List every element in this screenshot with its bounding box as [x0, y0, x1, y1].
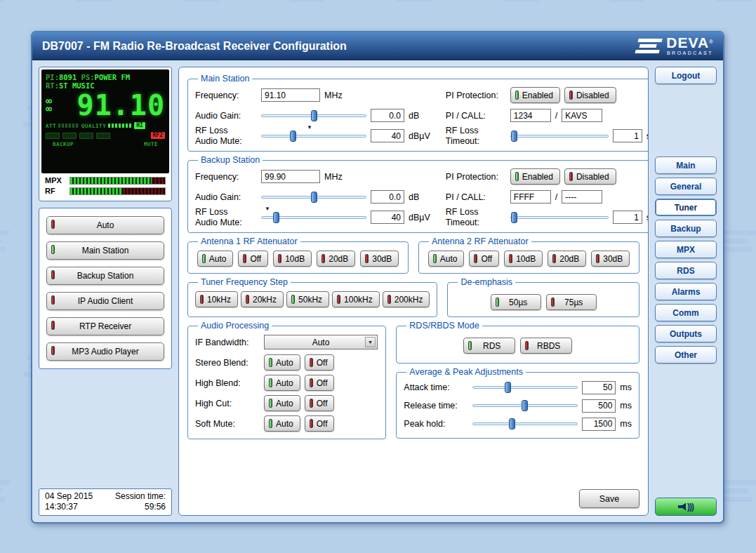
if-bandwidth-select[interactable]: Auto ▼	[264, 335, 378, 349]
slider-thumb[interactable]	[505, 382, 511, 393]
antenna2-20db-button[interactable]: 20dB	[548, 251, 586, 267]
main-rf-loss-mute-value[interactable]: 40	[371, 129, 404, 142]
source-button-main-station[interactable]: Main Station	[46, 241, 164, 260]
backup-frequency-input[interactable]: 99.90	[261, 170, 320, 183]
source-button-ip-audio-client[interactable]: IP Audio Client	[46, 292, 164, 310]
backup-call-input[interactable]: ----	[562, 190, 602, 204]
watermark-logo	[76, 0, 117, 3]
slider-thumb[interactable]	[511, 212, 517, 223]
tuner-frequency-step-group: Tuner Frequency Step 10kHz 20kHz 50kHz 1…	[187, 277, 437, 317]
attack-time-value[interactable]: 50	[582, 381, 616, 394]
nav-tuner[interactable]: Tuner	[655, 199, 717, 216]
rbds-button[interactable]: RBDS	[520, 338, 572, 354]
dropdown-arrow-icon[interactable]: ▼	[365, 337, 376, 347]
slider-thumb[interactable]	[290, 131, 296, 142]
soft-mute-auto-button[interactable]: Auto	[264, 415, 300, 432]
antenna1-20db-button[interactable]: 20dB	[317, 251, 355, 267]
pi-call-separator: /	[555, 192, 557, 202]
backup-pi-input[interactable]: FFFF	[510, 190, 551, 204]
source-button-auto[interactable]: Auto	[46, 216, 164, 234]
nav-general[interactable]: General	[655, 178, 717, 195]
button-label: Enabled	[522, 172, 553, 182]
nav-backup[interactable]: Backup	[655, 220, 717, 237]
main-timeout-value[interactable]: 1	[613, 129, 642, 142]
step-50khz-button[interactable]: 50kHz	[286, 291, 329, 307]
nav-main[interactable]: Main	[655, 156, 717, 174]
antenna1-off-button[interactable]: Off	[238, 251, 268, 267]
backup-rf-loss-timeout-slider[interactable]	[510, 210, 609, 225]
main-call-input[interactable]: KAVS	[562, 109, 602, 122]
source-button-rtp-receiver[interactable]: RTP Receiver	[46, 317, 164, 335]
step-20khz-button[interactable]: 20kHz	[241, 291, 284, 307]
audio-gain-unit: dB	[409, 192, 419, 202]
antenna1-auto-button[interactable]: Auto	[197, 251, 234, 267]
speaker-button[interactable]: )))	[655, 498, 717, 516]
main-pi-enabled-button[interactable]: Enabled	[510, 87, 560, 103]
antenna2-10db-button[interactable]: 10dB	[504, 251, 543, 267]
de-emphasis-legend: De-emphasis	[458, 277, 515, 287]
de-emphasis-50us-button[interactable]: 50µs	[491, 294, 541, 310]
antenna1-30db-button[interactable]: 30dB	[360, 251, 399, 267]
rds-button[interactable]: RDS	[463, 338, 515, 354]
nav-comm[interactable]: Comm	[655, 304, 717, 321]
backup-pi-enabled-button[interactable]: Enabled	[510, 168, 560, 185]
high-cut-label: High Cut:	[195, 399, 260, 408]
main-audio-gain-value[interactable]: 0.0	[371, 109, 404, 122]
main-frequency-input[interactable]: 91.10	[261, 88, 320, 102]
stereo-blend-auto-button[interactable]: Auto	[264, 354, 300, 371]
backup-timeout-value[interactable]: 1	[613, 211, 642, 224]
nav-outputs[interactable]: Outputs	[655, 325, 717, 342]
peak-hold-value[interactable]: 1500	[582, 418, 616, 431]
high-cut-auto-button[interactable]: Auto	[264, 395, 300, 411]
main-pi-disabled-button[interactable]: Disabled	[564, 87, 616, 103]
peak-hold-slider[interactable]	[472, 416, 578, 432]
main-rf-loss-mute-slider[interactable]: ▼	[261, 128, 366, 144]
nav-alarms[interactable]: Alarms	[655, 283, 717, 300]
nav-rds[interactable]: RDS	[655, 262, 717, 279]
main-audio-gain-slider[interactable]	[261, 108, 366, 124]
logout-button[interactable]: Logout	[655, 67, 717, 84]
main-rf-loss-timeout-slider[interactable]	[510, 128, 609, 144]
backup-rf-loss-mute-value[interactable]: 40	[371, 211, 404, 224]
high-blend-auto-button[interactable]: Auto	[264, 375, 300, 391]
slider-thumb[interactable]	[509, 418, 515, 429]
save-button[interactable]: Save	[579, 489, 639, 508]
high-cut-off-button[interactable]: Off	[305, 395, 335, 411]
backup-rf-loss-mute-slider[interactable]: ▼	[261, 210, 366, 225]
soft-mute-off-button[interactable]: Off	[305, 415, 335, 432]
backup-audio-gain-value[interactable]: 0.0	[371, 190, 404, 204]
slider-thumb[interactable]	[273, 212, 279, 223]
button-label: RDS	[475, 341, 508, 351]
backup-pi-disabled-button[interactable]: Disabled	[564, 168, 616, 185]
release-time-slider[interactable]	[472, 398, 578, 413]
step-200khz-button[interactable]: 200kHz	[383, 291, 430, 307]
stereo-blend-off-button[interactable]: Off	[305, 354, 335, 371]
main-pi-input[interactable]: 1234	[510, 109, 551, 122]
nav-mpx[interactable]: MPX	[655, 241, 717, 258]
antenna2-30db-button[interactable]: 30dB	[591, 251, 630, 267]
slider-thumb[interactable]	[311, 192, 317, 203]
source-button-label: Auto	[97, 220, 114, 230]
source-button-mp3-audio-player[interactable]: MP3 Audio Player	[46, 342, 164, 361]
lcd-ps-value: POWER FM	[95, 73, 131, 81]
high-blend-off-button[interactable]: Off	[305, 375, 335, 391]
backup-audio-gain-slider[interactable]	[261, 189, 366, 205]
lcd-att-quality-row: ATT QUALITY HI	[46, 122, 165, 129]
lcd-pi-ps-line: PI:8091 PS:POWER FM	[46, 73, 165, 81]
release-time-value[interactable]: 500	[582, 399, 616, 413]
de-emphasis-75us-button[interactable]: 75µs	[546, 294, 597, 310]
attack-time-slider[interactable]	[472, 380, 578, 395]
slider-thumb[interactable]	[522, 400, 528, 411]
audio-gain-label: Audio Gain:	[195, 111, 257, 121]
slider-thumb[interactable]	[511, 131, 517, 142]
release-time-unit: ms	[620, 401, 632, 411]
nav-other[interactable]: Other	[655, 346, 717, 364]
step-100khz-button[interactable]: 100kHz	[332, 291, 380, 307]
slider-track	[510, 216, 609, 219]
antenna2-off-button[interactable]: Off	[469, 251, 499, 267]
step-10khz-button[interactable]: 10kHz	[195, 291, 238, 307]
antenna1-10db-button[interactable]: 10dB	[273, 251, 312, 267]
antenna2-auto-button[interactable]: Auto	[428, 251, 465, 267]
source-button-backup-station[interactable]: Backup Station	[46, 267, 164, 285]
slider-thumb[interactable]	[311, 110, 317, 121]
